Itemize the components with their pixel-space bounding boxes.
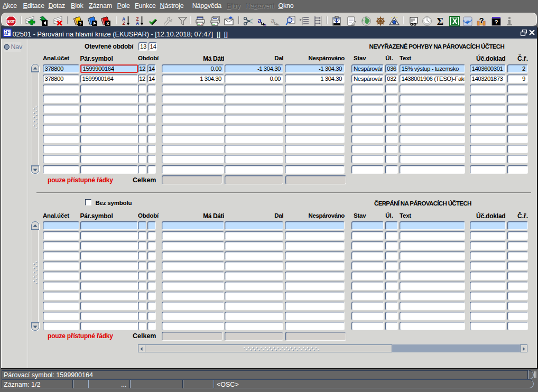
svg-text:?: ? (479, 16, 484, 25)
svg-text:EXIT: EXIT (7, 20, 15, 23)
svg-text:A: A (135, 21, 138, 26)
svg-text:?: ? (494, 19, 498, 25)
svg-text:Z: Z (122, 21, 125, 26)
svg-text:Σ: Σ (437, 16, 443, 26)
svg-text:?: ? (79, 21, 82, 26)
svg-text:a: a (257, 16, 262, 24)
svg-text:a: a (271, 16, 275, 24)
svg-text:e: e (466, 17, 470, 26)
svg-text:x: x (107, 21, 109, 26)
